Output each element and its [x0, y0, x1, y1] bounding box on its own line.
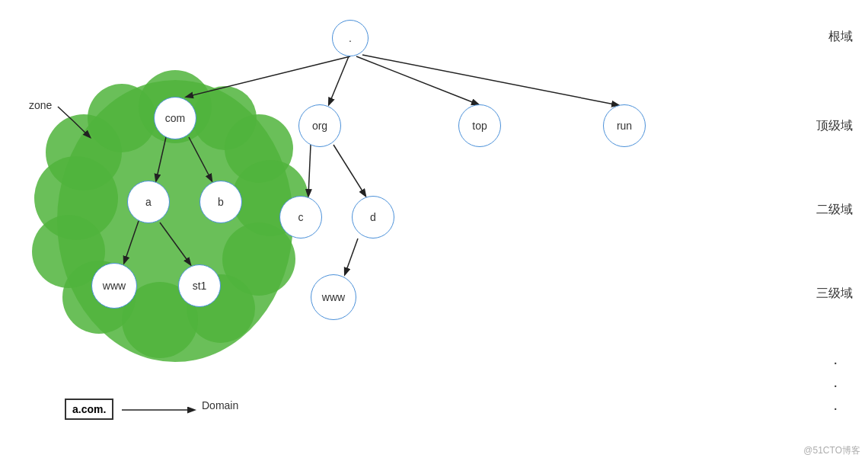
- node-top: top: [458, 104, 501, 147]
- zone-arrow: [29, 99, 105, 145]
- svg-line-15: [356, 56, 478, 104]
- svg-line-21: [308, 145, 311, 196]
- node-c: c: [279, 196, 322, 239]
- node-www2: www: [311, 274, 356, 320]
- node-com: com: [154, 97, 196, 139]
- domain-box: a.com.: [65, 399, 113, 420]
- diagram-svg: [0, 0, 868, 461]
- node-org: org: [298, 104, 341, 147]
- svg-line-22: [333, 145, 365, 196]
- svg-line-23: [345, 239, 358, 274]
- svg-line-13: [187, 56, 350, 97]
- node-st1: st1: [178, 264, 221, 307]
- node-run: run: [603, 104, 646, 147]
- svg-line-14: [329, 56, 349, 104]
- node-www1: www: [91, 263, 137, 309]
- node-root: .: [332, 20, 369, 56]
- svg-line-16: [362, 55, 618, 105]
- node-a: a: [127, 181, 170, 223]
- node-d: d: [352, 196, 394, 239]
- node-b: b: [199, 181, 242, 223]
- watermark: @51CTO博客: [803, 444, 860, 457]
- domain-arrow: [118, 399, 209, 421]
- diagram-canvas: zone . com org top run a b c d www st1 w…: [0, 0, 868, 461]
